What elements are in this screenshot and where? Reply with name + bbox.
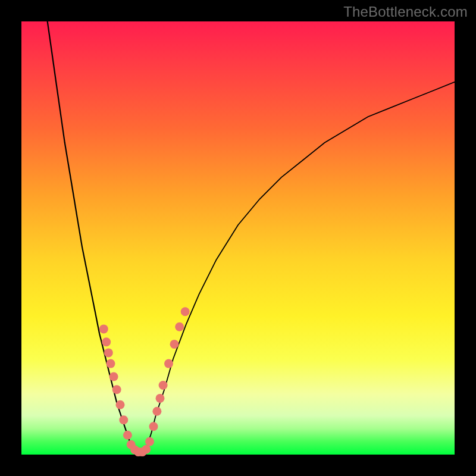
data-point	[152, 407, 161, 416]
data-point	[109, 372, 118, 381]
chart-svg	[21, 21, 455, 455]
left-curve	[48, 21, 139, 455]
data-point	[145, 437, 154, 446]
data-point	[116, 400, 125, 409]
data-point	[102, 337, 111, 346]
data-point	[164, 359, 173, 368]
data-point	[142, 445, 151, 454]
plot-area	[21, 21, 455, 455]
data-point	[175, 322, 184, 331]
data-point	[149, 422, 158, 431]
chart-frame: TheBottleneck.com	[0, 0, 476, 476]
data-point	[156, 394, 165, 403]
data-points	[99, 307, 190, 456]
data-point	[112, 385, 121, 394]
data-point	[119, 415, 128, 424]
data-point	[123, 431, 132, 440]
data-point	[104, 348, 113, 357]
data-point	[99, 324, 108, 333]
data-point	[170, 340, 179, 349]
data-point	[159, 381, 168, 390]
right-curve	[143, 82, 455, 455]
data-point	[181, 307, 190, 316]
watermark-text: TheBottleneck.com	[343, 4, 468, 20]
data-point	[107, 359, 115, 368]
